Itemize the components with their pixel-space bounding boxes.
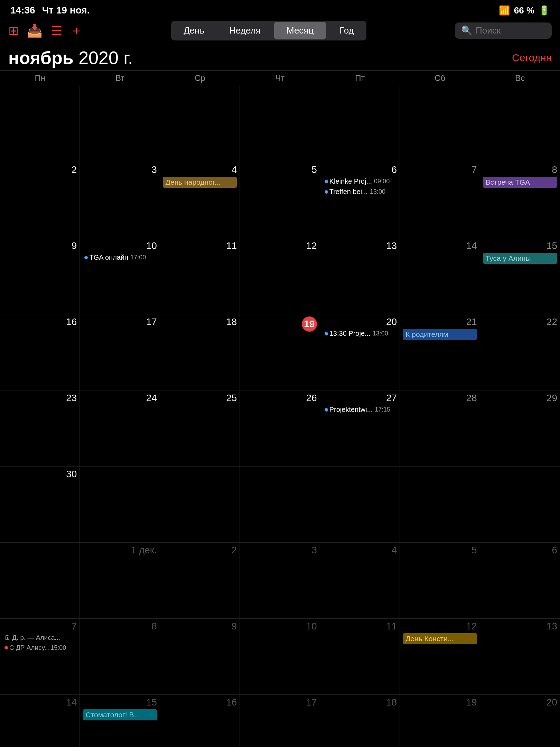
table-row[interactable] [160, 467, 240, 543]
list-item[interactable]: 13:30 Proje...13:00 [323, 329, 397, 338]
table-row[interactable]: 25 [160, 390, 240, 467]
list-item[interactable]: 🗓 Д. р. — Алиса... [3, 633, 77, 642]
list-item[interactable]: TGA онлайн17:00 [83, 253, 157, 262]
table-row[interactable]: 24 [80, 390, 160, 467]
table-row[interactable]: 16 [0, 314, 80, 390]
table-row[interactable]: 7 [400, 162, 480, 238]
table-row[interactable]: 7 🗓 Д. р. — Алиса... С ДР Алису...15:00 [0, 619, 80, 695]
table-row[interactable]: 3 [80, 162, 160, 238]
status-day: Чт 19 ноя. [42, 5, 90, 16]
list-item[interactable]: С ДР Алису...15:00 [3, 643, 77, 652]
table-row[interactable]: 9 [0, 238, 80, 314]
day-header-sun: Вс [480, 71, 560, 86]
table-row[interactable] [400, 467, 480, 543]
search-icon: 🔍 [461, 25, 472, 36]
table-row[interactable] [320, 467, 400, 543]
status-right: 📶 66 % 🔋 [499, 5, 550, 16]
list-item[interactable]: К родителям [403, 329, 477, 340]
calendar-container: Пн Вт Ср Чт Пт Сб Вс 2 3 4 День народног… [0, 70, 560, 747]
table-row[interactable]: 8 Встреча TGA [480, 162, 560, 238]
day-header-tue: Вт [80, 71, 160, 86]
year-label: 2020 г. [78, 48, 133, 68]
table-row[interactable]: 15 Туса у Алины [480, 238, 560, 314]
table-row[interactable] [0, 86, 80, 162]
table-row[interactable] [480, 467, 560, 543]
list-item[interactable]: День народног... [163, 177, 237, 188]
calendar-grid-icon[interactable]: ⊞ [8, 24, 19, 38]
table-row[interactable]: 2 [160, 543, 240, 619]
table-row[interactable]: 6 Kleinke Proj...09:00 Treffen bei...13:… [320, 162, 400, 238]
table-row[interactable]: 22 [480, 314, 560, 390]
table-row[interactable]: 19 [400, 695, 480, 747]
table-row[interactable]: 8 [80, 619, 160, 695]
table-row[interactable]: 9 [160, 619, 240, 695]
table-row[interactable]: 26 [240, 390, 320, 467]
table-row[interactable]: 12 [240, 238, 320, 314]
list-item[interactable]: Projektentwi...17:15 [323, 405, 397, 414]
table-row[interactable]: 13 [320, 238, 400, 314]
event-dot [325, 180, 328, 183]
view-month-button[interactable]: Месяц [274, 22, 326, 39]
event-dot [325, 332, 328, 335]
list-item[interactable]: Стоматолог! В... [83, 709, 157, 720]
table-row[interactable]: 10 [240, 619, 320, 695]
table-row[interactable]: 14 [400, 238, 480, 314]
battery-icon: 🔋 [539, 5, 550, 16]
table-row[interactable]: 4 [320, 543, 400, 619]
view-year-button[interactable]: Год [327, 21, 366, 40]
search-input[interactable] [476, 25, 545, 36]
table-row[interactable]: 12 День Консти... [400, 619, 480, 695]
inbox-icon[interactable]: 📥 [27, 24, 43, 38]
table-row[interactable] [80, 467, 160, 543]
table-row[interactable]: 11 [160, 238, 240, 314]
table-row[interactable]: 20 13:30 Proje...13:00 [320, 314, 400, 390]
table-row[interactable] [240, 467, 320, 543]
table-row[interactable]: 14 [0, 695, 80, 747]
table-row[interactable]: 17 [80, 314, 160, 390]
table-row[interactable]: 19 [240, 314, 320, 390]
table-row[interactable]: 18 [160, 314, 240, 390]
table-row[interactable]: 18 [320, 695, 400, 747]
list-icon[interactable]: ☰ [51, 24, 62, 38]
table-row[interactable]: 30 [0, 467, 80, 543]
table-row[interactable] [160, 86, 240, 162]
table-row[interactable]: 21 К родителям [400, 314, 480, 390]
table-row[interactable]: 28 [400, 390, 480, 467]
table-row[interactable]: 15 Стоматолог! В... [80, 695, 160, 747]
search-box[interactable]: 🔍 [455, 22, 552, 39]
table-row[interactable]: 16 [160, 695, 240, 747]
table-row[interactable]: 5 [240, 162, 320, 238]
table-row[interactable]: 4 День народног... [160, 162, 240, 238]
table-row[interactable] [400, 86, 480, 162]
table-row[interactable]: 29 [480, 390, 560, 467]
table-row[interactable]: 3 [240, 543, 320, 619]
list-item[interactable]: День Консти... [403, 633, 477, 644]
view-week-button[interactable]: Неделя [217, 21, 273, 40]
table-row[interactable]: 11 [320, 619, 400, 695]
day-header-sat: Сб [400, 71, 480, 86]
list-item[interactable]: Treffen bei...13:00 [323, 187, 397, 196]
battery-label: 66 % [514, 5, 534, 16]
table-row[interactable]: 2 [0, 162, 80, 238]
table-row[interactable] [80, 86, 160, 162]
view-day-button[interactable]: День [171, 21, 217, 40]
table-row[interactable] [480, 86, 560, 162]
day-header-mon: Пн [0, 71, 80, 86]
table-row[interactable]: 27 Projektentwi...17:15 [320, 390, 400, 467]
table-row[interactable]: 1 дек. [80, 543, 160, 619]
table-row[interactable]: 23 [0, 390, 80, 467]
list-item[interactable]: Kleinke Proj...09:00 [323, 177, 397, 186]
list-item[interactable]: Туса у Алины [483, 253, 557, 264]
table-row[interactable]: 13 [480, 619, 560, 695]
table-row[interactable]: 6 [480, 543, 560, 619]
table-row[interactable] [0, 543, 80, 619]
add-icon[interactable]: ＋ [70, 22, 83, 39]
table-row[interactable]: 5 [400, 543, 480, 619]
list-item[interactable]: Встреча TGA [483, 177, 557, 188]
table-row[interactable]: 20 [480, 695, 560, 747]
table-row[interactable] [240, 86, 320, 162]
table-row[interactable] [320, 86, 400, 162]
today-button[interactable]: Сегодня [512, 52, 552, 64]
table-row[interactable]: 10 TGA онлайн17:00 [80, 238, 160, 314]
table-row[interactable]: 17 [240, 695, 320, 747]
